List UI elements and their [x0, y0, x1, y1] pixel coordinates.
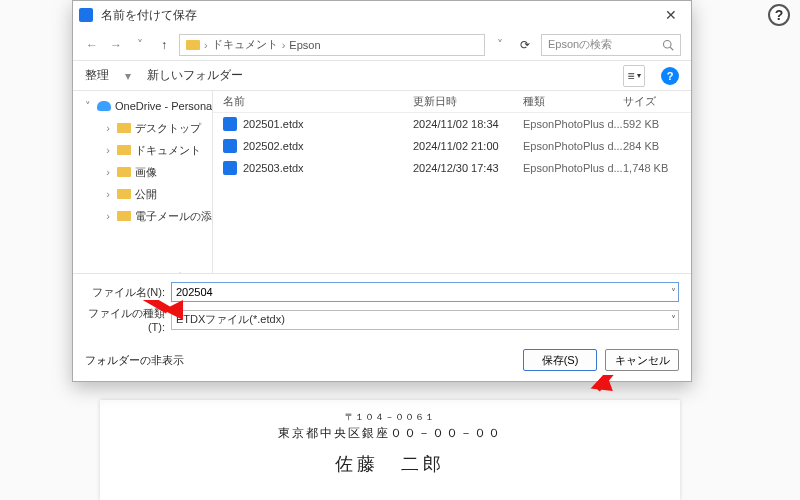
- folder-icon: [117, 145, 131, 155]
- file-icon: [223, 117, 237, 131]
- close-button[interactable]: ✕: [657, 1, 685, 29]
- folder-icon: [117, 189, 131, 199]
- file-name: 202502.etdx: [243, 140, 304, 152]
- titlebar: 名前を付けて保存 ✕: [73, 1, 691, 29]
- back-button[interactable]: ←: [83, 38, 101, 52]
- cancel-button[interactable]: キャンセル: [605, 349, 679, 371]
- column-headers: 名前 更新日時 種類 サイズ: [213, 91, 691, 113]
- hide-folders-toggle[interactable]: フォルダーの非表示: [85, 353, 184, 368]
- doc-address: 東京都中央区銀座００－００－００: [100, 424, 680, 443]
- save-as-dialog: 名前を付けて保存 ✕ ← → ˅ ↑ › ドキュメント › Epson ˅ ⟳ …: [72, 0, 692, 382]
- folder-tree: ˅ OneDrive - Personal › デスクトップ › ドキュメント …: [73, 91, 213, 273]
- tree-label: ドキュメント: [135, 143, 201, 158]
- file-icon: [223, 161, 237, 175]
- file-row[interactable]: 202502.etdx2024/11/02 21:00EpsonPhotoPlu…: [213, 135, 691, 157]
- folder-icon: [186, 40, 200, 50]
- expand-icon[interactable]: ›: [103, 210, 113, 222]
- search-input[interactable]: Epsonの検索: [541, 34, 681, 56]
- file-date: 2024/12/30 17:43: [413, 162, 523, 174]
- breadcrumb-dropdown-icon[interactable]: ˅: [491, 38, 509, 52]
- chevron-right-icon: ›: [282, 39, 286, 51]
- search-placeholder: Epsonの検索: [548, 37, 612, 52]
- file-list-pane: 名前 更新日時 種類 サイズ 202501.etdx2024/11/02 18:…: [213, 91, 691, 273]
- onedrive-icon: [97, 101, 111, 111]
- view-options-button[interactable]: ≡ ▾: [623, 65, 645, 87]
- tree-item-onedrive[interactable]: ˅ OneDrive - Personal: [73, 95, 212, 117]
- file-type: EpsonPhotoPlus d...: [523, 118, 623, 130]
- tree-item-desktop[interactable]: › デスクトップ: [73, 117, 212, 139]
- dialog-footer: フォルダーの非表示 保存(S) キャンセル: [73, 343, 691, 381]
- filetype-label: ファイルの種類(T):: [85, 306, 165, 333]
- file-date: 2024/11/02 21:00: [413, 140, 523, 152]
- forward-button[interactable]: →: [107, 38, 125, 52]
- tree-label: OneDrive - Personal: [115, 100, 212, 112]
- expand-icon[interactable]: ›: [103, 188, 113, 200]
- file-row[interactable]: 202501.etdx2024/11/02 18:34EpsonPhotoPlu…: [213, 113, 691, 135]
- svg-line-1: [670, 47, 673, 50]
- app-help-icon[interactable]: ?: [768, 4, 790, 26]
- filename-panel: ファイル名(N): ˅ ファイルの種類(T): ETDXファイル(*.etdx)…: [73, 273, 691, 343]
- tree-item-email-attachments[interactable]: › 電子メールの添付: [73, 205, 212, 227]
- file-name: 202503.etdx: [243, 162, 304, 174]
- file-size: 284 KB: [623, 140, 683, 152]
- tree-item-documents[interactable]: › ドキュメント: [73, 139, 212, 161]
- file-icon: [223, 139, 237, 153]
- col-type[interactable]: 種類: [523, 94, 623, 109]
- breadcrumb-segment[interactable]: ドキュメント: [212, 37, 278, 52]
- expand-icon[interactable]: ›: [103, 166, 113, 178]
- new-folder-button[interactable]: 新しいフォルダー: [147, 67, 243, 84]
- filetype-select[interactable]: ETDXファイル(*.etdx) ˅: [171, 310, 679, 330]
- tree-item-pictures[interactable]: › 画像: [73, 161, 212, 183]
- search-icon: [662, 39, 674, 51]
- filename-input-field[interactable]: [176, 286, 674, 298]
- svg-point-0: [664, 40, 672, 48]
- epson-app-icon: [79, 8, 93, 22]
- up-button[interactable]: ↑: [155, 38, 173, 52]
- tree-item-public[interactable]: › 公開: [73, 183, 212, 205]
- dialog-help-icon[interactable]: ?: [661, 67, 679, 85]
- col-date[interactable]: 更新日時: [413, 94, 523, 109]
- tree-label: 電子メールの添付: [135, 209, 212, 224]
- expand-icon[interactable]: ›: [103, 144, 113, 156]
- chevron-down-icon[interactable]: ˅: [671, 314, 676, 325]
- breadcrumb[interactable]: › ドキュメント › Epson: [179, 34, 485, 56]
- save-button[interactable]: 保存(S): [523, 349, 597, 371]
- file-row[interactable]: 202503.etdx2024/12/30 17:43EpsonPhotoPlu…: [213, 157, 691, 179]
- filetype-value: ETDXファイル(*.etdx): [176, 312, 285, 327]
- toolbar: 整理 ▾ 新しいフォルダー ≡ ▾ ?: [73, 61, 691, 91]
- file-name: 202501.etdx: [243, 118, 304, 130]
- refresh-button[interactable]: ⟳: [515, 38, 535, 52]
- chevron-down-icon[interactable]: ˅: [671, 287, 676, 298]
- background-document: 〒１０４－００６１ 東京都中央区銀座００－００－００ 佐藤 二郎: [100, 400, 680, 500]
- folder-icon: [117, 123, 131, 133]
- tree-label: 公開: [135, 187, 157, 202]
- file-type: EpsonPhotoPlus d...: [523, 140, 623, 152]
- file-size: 592 KB: [623, 118, 683, 130]
- col-size[interactable]: サイズ: [623, 94, 683, 109]
- dialog-title: 名前を付けて保存: [101, 7, 197, 24]
- breadcrumb-segment[interactable]: Epson: [289, 39, 320, 51]
- col-name[interactable]: 名前: [223, 94, 413, 109]
- expand-icon[interactable]: ›: [103, 122, 113, 134]
- organize-menu[interactable]: 整理: [85, 67, 109, 84]
- recent-dropdown-icon[interactable]: ˅: [131, 38, 149, 52]
- collapse-icon[interactable]: ˅: [83, 100, 93, 113]
- folder-icon: [117, 167, 131, 177]
- tree-label: 画像: [135, 165, 157, 180]
- filename-label: ファイル名(N):: [85, 285, 165, 300]
- file-date: 2024/11/02 18:34: [413, 118, 523, 130]
- doc-name: 佐藤 二郎: [100, 450, 680, 479]
- doc-zip: 〒１０４－００６１: [100, 410, 680, 424]
- file-size: 1,748 KB: [623, 162, 683, 174]
- filename-input[interactable]: ˅: [171, 282, 679, 302]
- address-bar: ← → ˅ ↑ › ドキュメント › Epson ˅ ⟳ Epsonの検索: [73, 29, 691, 61]
- chevron-right-icon: ›: [204, 39, 208, 51]
- tree-label: デスクトップ: [135, 121, 201, 136]
- file-type: EpsonPhotoPlus d...: [523, 162, 623, 174]
- folder-icon: [117, 211, 131, 221]
